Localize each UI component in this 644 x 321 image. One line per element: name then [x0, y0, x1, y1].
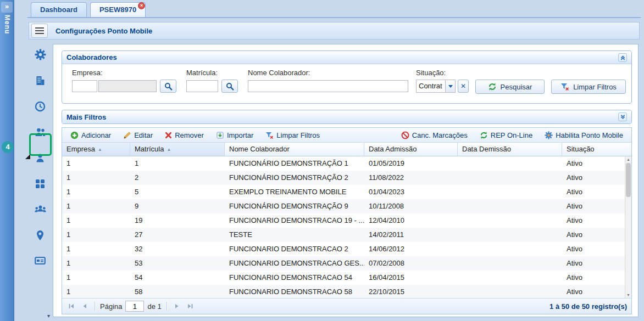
pesquisar-button[interactable]: Pesquisar	[475, 80, 545, 94]
table-row[interactable]: 119FUNCIONARIO DEMONSTRACAO 19 - ...12/0…	[62, 213, 631, 228]
table-cell	[458, 156, 562, 171]
vertical-scrollbar[interactable]: ▲ ▼	[625, 156, 631, 298]
sidebar-item-employees[interactable]	[29, 119, 52, 145]
table-cell: EXEMPLO TREINAMENTO MOBILE	[225, 185, 364, 199]
table-cell: Ativo	[562, 185, 631, 199]
tab-psew8970[interactable]: PSEW8970 ×	[90, 2, 146, 17]
panel-title: Colaboradores	[66, 53, 618, 61]
situacao-combobox[interactable]: Contrat	[416, 80, 456, 93]
table-row[interactable]: 11FUNCIONÁRIO DEMONSTRAÇÃO 101/05/2019At…	[62, 156, 631, 171]
clear-filter-icon	[560, 82, 569, 91]
table-cell: 1	[62, 199, 130, 213]
column-header-data-demissao[interactable]: Data Demissão	[458, 143, 562, 156]
column-header-empresa[interactable]: Empresa	[62, 143, 130, 156]
prev-page-button[interactable]	[80, 301, 90, 311]
last-page-button[interactable]	[185, 301, 195, 311]
clock-icon	[35, 101, 46, 112]
page-number-input[interactable]	[125, 301, 144, 312]
matricula-search-button[interactable]	[221, 80, 238, 93]
table-cell: 14/06/2012	[364, 242, 458, 256]
hamburger-menu-button[interactable]	[31, 24, 48, 38]
mais-filtros-panel: Mais Filtros	[62, 110, 632, 124]
remove-icon	[165, 132, 172, 139]
prohibited-icon	[401, 131, 409, 139]
situacao-clear-button[interactable]: ✕	[458, 80, 469, 93]
sidebar-item-modules[interactable]	[29, 171, 52, 196]
first-page-icon	[68, 302, 75, 310]
scroll-up-icon[interactable]: ▲	[625, 156, 631, 162]
sidebar-item-locations[interactable]	[29, 222, 52, 248]
next-page-button[interactable]	[172, 301, 182, 311]
table-row[interactable]: 19FUNCIONÁRIO DEMONSTRAÇÃO 910/11/2008At…	[62, 199, 631, 213]
combo-dropdown-icon[interactable]	[445, 80, 455, 92]
sidebar-item-devices[interactable]	[29, 248, 52, 274]
panel-title: Mais Filtros	[66, 113, 618, 121]
table-cell: FUNCIONARIO DEMONSTRACAO 54	[225, 271, 364, 285]
column-header-matricula[interactable]: Matrícula	[130, 143, 225, 156]
icon-sidebar: ▾	[29, 42, 52, 319]
table-row[interactable]: 12FUNCIONÁRIO DEMONSTRAÇÃO 211/08/2022At…	[62, 171, 631, 185]
scrollbar-thumb[interactable]	[626, 163, 631, 197]
limpar-filtros-button[interactable]: Limpar Filtros	[551, 80, 626, 94]
column-header-situacao[interactable]: Situação	[562, 143, 631, 156]
rep-online-button[interactable]: REP On-Line	[475, 129, 537, 142]
adicionar-button[interactable]: Adicionar	[65, 129, 116, 142]
table-cell: Ativo	[562, 242, 631, 256]
table-cell	[458, 228, 562, 242]
sidebar-item-company[interactable]	[29, 67, 52, 93]
page-label: Página	[100, 302, 122, 311]
table-row[interactable]: 158FUNCIONARIO DEMONSTRACAO 5822/10/2015…	[62, 285, 631, 298]
table-row[interactable]: 15EXEMPLO TREINAMENTO MOBILE01/04/2023At…	[62, 185, 631, 199]
gear-icon	[35, 49, 46, 60]
column-header-nome[interactable]: Nome Colaborador	[225, 143, 364, 156]
remover-button[interactable]: Remover	[160, 129, 209, 142]
table-row[interactable]: 132FUNCIONARIO DEMONSTRACAO 214/06/2012A…	[62, 242, 631, 256]
table-cell: 14/02/2011	[364, 228, 458, 242]
table-cell: FUNCIONÁRIO DEMONSTRAÇÃO 1	[225, 156, 364, 171]
editar-button[interactable]: Editar	[118, 129, 158, 142]
sidebar-scroll-down-icon[interactable]: ▾	[47, 313, 50, 319]
table-cell: FUNCIONARIO DEMONSTRACAO 19 - ...	[225, 213, 364, 228]
close-tab-icon[interactable]: ×	[138, 2, 145, 9]
habilita-ponto-mobile-button[interactable]: Habilita Ponto Mobile	[540, 129, 628, 142]
sidebar-item-time[interactable]	[29, 93, 52, 119]
matricula-input[interactable]	[186, 80, 218, 92]
first-page-button[interactable]	[66, 301, 76, 311]
empresa-search-button[interactable]	[160, 80, 176, 93]
table-cell: 1	[62, 242, 130, 256]
colaboradores-panel-header: Colaboradores	[62, 51, 631, 64]
scroll-down-icon[interactable]: ▼	[625, 292, 631, 298]
import-icon	[216, 131, 224, 139]
table-row[interactable]: 154FUNCIONARIO DEMONSTRACAO 5416/04/2015…	[62, 271, 631, 285]
sidebar-item-person[interactable]	[29, 145, 52, 171]
table-cell: 54	[130, 271, 225, 285]
cancelar-marcacoes-button[interactable]: Canc. Marcações	[396, 129, 473, 142]
sidebar-item-settings[interactable]	[29, 42, 52, 67]
table-cell: Ativo	[562, 256, 631, 271]
table-row[interactable]: 153FUNCIONARIO DEMONSTRACAO GES...07/02/…	[62, 256, 631, 271]
colaboradores-panel-body: Empresa: Matrícula: Nome Colaborador: Si…	[62, 64, 631, 103]
grid-header: Empresa Matrícula Nome Colaborador Data …	[62, 143, 631, 156]
table-cell: Ativo	[562, 271, 631, 285]
sidebar-item-groups[interactable]	[29, 196, 52, 222]
column-header-data-admissao[interactable]: Data Admissão	[364, 143, 458, 156]
table-cell: 58	[130, 285, 225, 298]
collapse-panel-button[interactable]	[618, 53, 627, 62]
chevron-double-up-icon	[620, 54, 626, 60]
empresa-code-input[interactable]	[72, 80, 97, 92]
paging-toolbar: Página de 1 1 à 50 de 50 registro(s)	[62, 298, 631, 314]
tab-dashboard[interactable]: Dashboard	[31, 2, 87, 17]
limpar-filtros-toolbar-button[interactable]: Limpar Filtros	[260, 129, 325, 142]
table-row[interactable]: 127TESTE14/02/2011Ativo	[62, 228, 631, 242]
button-label: REP On-Line	[491, 131, 532, 139]
edit-icon	[123, 131, 131, 139]
importar-button[interactable]: Importar	[211, 129, 258, 142]
grid-icon	[35, 179, 45, 189]
tab-bar: Dashboard PSEW8970 ×	[27, 2, 641, 18]
pesquisar-label: Pesquisar	[501, 83, 532, 91]
expand-menu-button[interactable]: »	[1, 2, 13, 13]
nome-colaborador-input[interactable]	[248, 80, 408, 92]
table-cell: FUNCIONARIO DEMONSTRACAO GES...	[225, 256, 364, 271]
expand-panel-button[interactable]	[618, 112, 627, 121]
table-cell: 1	[62, 185, 130, 199]
